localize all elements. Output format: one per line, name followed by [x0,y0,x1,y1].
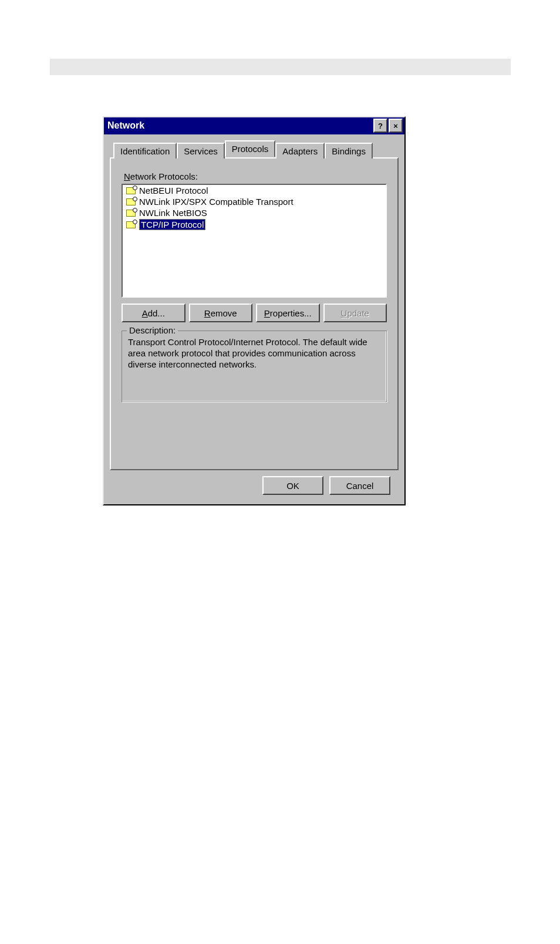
cancel-button[interactable]: Cancel [329,476,390,495]
list-item-label: TCP/IP Protocol [139,219,205,230]
remove-button[interactable]: Remove [189,304,253,322]
tab-bindings[interactable]: Bindings [325,143,373,159]
dialog-buttons: OK Cancel [110,470,399,497]
close-button[interactable]: × [389,119,403,133]
tab-services[interactable]: Services [177,143,225,159]
help-icon: ? [378,122,383,130]
protocol-icon [125,186,137,195]
description-group: Description: Transport Control Protocol/… [122,331,387,402]
page-header-bar [50,59,511,75]
list-label: Network Protocols: [124,171,387,181]
close-icon: × [393,122,398,130]
description-caption: Description: [127,325,178,335]
properties-button[interactable]: Properties... [256,304,320,322]
list-item-label: NWLink IPX/SPX Compatible Transport [139,197,294,207]
update-button: Update [323,304,387,322]
titlebar-title: Network [107,120,372,131]
list-item[interactable]: TCP/IP Protocol [123,218,386,231]
tabstrip: Identification Services Protocols Adapte… [110,140,399,157]
protocols-listbox[interactable]: NetBEUI Protocol NWLink IPX/SPX Compatib… [122,184,387,298]
protocol-icon [125,197,137,207]
tab-protocols[interactable]: Protocols [225,140,276,157]
add-button[interactable]: Add... [122,304,185,322]
network-dialog: Network ? × Identification Services Prot… [103,116,406,505]
list-item[interactable]: NWLink NetBIOS [123,207,386,218]
tabpanel-protocols: Network Protocols: NetBEUI Protocol NWLi… [110,157,399,470]
protocol-icon [125,220,137,230]
list-item-label: NWLink NetBIOS [139,208,207,218]
protocol-icon [125,208,137,218]
description-text: Transport Control Protocol/Internet Prot… [128,337,380,370]
tab-identification[interactable]: Identification [113,143,177,159]
list-item[interactable]: NetBEUI Protocol [123,185,386,196]
list-item-label: NetBEUI Protocol [139,186,208,195]
list-item[interactable]: NWLink IPX/SPX Compatible Transport [123,196,386,207]
titlebar[interactable]: Network ? × [104,117,404,134]
tab-adapters[interactable]: Adapters [275,143,325,159]
button-row: Add... Remove Properties... Update [122,304,387,322]
help-button[interactable]: ? [373,119,387,133]
ok-button[interactable]: OK [262,476,323,495]
